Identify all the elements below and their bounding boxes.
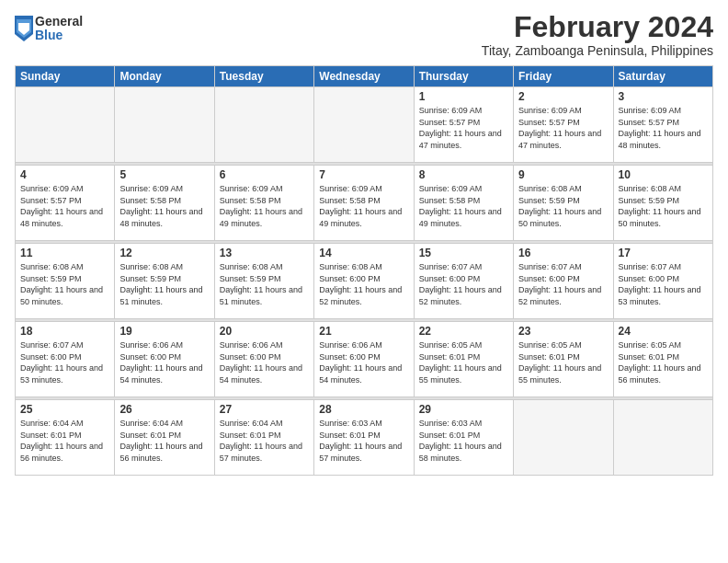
table-row	[115, 87, 214, 163]
day-info: Sunrise: 6:07 AM Sunset: 6:00 PM Dayligh…	[518, 261, 608, 307]
calendar-week-3: 11Sunrise: 6:08 AM Sunset: 5:59 PM Dayli…	[16, 244, 713, 319]
table-row: 26Sunrise: 6:04 AM Sunset: 6:01 PM Dayli…	[115, 400, 214, 476]
day-info: Sunrise: 6:06 AM Sunset: 6:00 PM Dayligh…	[319, 339, 408, 385]
table-row	[214, 87, 313, 163]
day-info: Sunrise: 6:09 AM Sunset: 5:58 PM Dayligh…	[419, 183, 508, 229]
table-row: 22Sunrise: 6:05 AM Sunset: 6:01 PM Dayli…	[414, 322, 513, 397]
day-number: 9	[518, 168, 608, 181]
table-row: 20Sunrise: 6:06 AM Sunset: 6:00 PM Dayli…	[214, 322, 313, 397]
day-info: Sunrise: 6:08 AM Sunset: 5:59 PM Dayligh…	[220, 261, 309, 307]
day-number: 11	[20, 247, 109, 259]
day-number: 15	[419, 247, 508, 259]
day-info: Sunrise: 6:08 AM Sunset: 5:59 PM Dayligh…	[20, 261, 109, 307]
day-info: Sunrise: 6:09 AM Sunset: 5:58 PM Dayligh…	[119, 183, 209, 229]
day-number: 17	[619, 247, 708, 259]
table-row: 17Sunrise: 6:07 AM Sunset: 6:00 PM Dayli…	[613, 244, 712, 319]
day-number: 4	[20, 168, 109, 181]
table-row	[16, 87, 115, 163]
day-info: Sunrise: 6:09 AM Sunset: 5:57 PM Dayligh…	[419, 105, 508, 151]
header-saturday: Saturday	[613, 66, 712, 87]
day-info: Sunrise: 6:09 AM Sunset: 5:57 PM Dayligh…	[619, 105, 708, 151]
day-number: 28	[319, 403, 408, 416]
calendar-week-5: 25Sunrise: 6:04 AM Sunset: 6:01 PM Dayli…	[16, 400, 713, 476]
day-number: 6	[220, 168, 309, 181]
day-info: Sunrise: 6:09 AM Sunset: 5:57 PM Dayligh…	[518, 105, 608, 151]
day-number: 18	[20, 325, 109, 338]
table-row: 18Sunrise: 6:07 AM Sunset: 6:00 PM Dayli…	[16, 322, 115, 397]
table-row: 24Sunrise: 6:05 AM Sunset: 6:01 PM Dayli…	[613, 322, 712, 397]
day-info: Sunrise: 6:05 AM Sunset: 6:01 PM Dayligh…	[619, 339, 708, 385]
day-info: Sunrise: 6:05 AM Sunset: 6:01 PM Dayligh…	[419, 339, 508, 385]
table-row	[314, 87, 414, 163]
day-info: Sunrise: 6:04 AM Sunset: 6:01 PM Dayligh…	[220, 418, 309, 464]
table-row: 3Sunrise: 6:09 AM Sunset: 5:57 PM Daylig…	[613, 87, 712, 163]
day-info: Sunrise: 6:08 AM Sunset: 5:59 PM Dayligh…	[119, 261, 209, 307]
header-wednesday: Wednesday	[314, 66, 414, 87]
table-row: 8Sunrise: 6:09 AM Sunset: 5:58 PM Daylig…	[414, 166, 513, 241]
logo-blue-text: Blue	[35, 29, 83, 42]
day-info: Sunrise: 6:09 AM Sunset: 5:58 PM Dayligh…	[319, 183, 408, 229]
day-info: Sunrise: 6:07 AM Sunset: 6:00 PM Dayligh…	[419, 261, 508, 307]
day-info: Sunrise: 6:08 AM Sunset: 6:00 PM Dayligh…	[319, 261, 408, 307]
table-row: 27Sunrise: 6:04 AM Sunset: 6:01 PM Dayli…	[214, 400, 313, 476]
day-number: 27	[220, 403, 309, 416]
table-row: 16Sunrise: 6:07 AM Sunset: 6:00 PM Dayli…	[514, 244, 613, 319]
table-row: 25Sunrise: 6:04 AM Sunset: 6:01 PM Dayli…	[16, 400, 115, 476]
logo-general-text: General	[35, 15, 83, 29]
day-number: 3	[619, 90, 708, 103]
day-info: Sunrise: 6:04 AM Sunset: 6:01 PM Dayligh…	[119, 418, 209, 464]
table-row: 12Sunrise: 6:08 AM Sunset: 5:59 PM Dayli…	[115, 244, 214, 319]
day-info: Sunrise: 6:06 AM Sunset: 6:00 PM Dayligh…	[119, 339, 209, 385]
day-info: Sunrise: 6:07 AM Sunset: 6:00 PM Dayligh…	[619, 261, 708, 307]
logo-icon	[15, 16, 33, 41]
calendar-week-1: 1Sunrise: 6:09 AM Sunset: 5:57 PM Daylig…	[16, 87, 713, 163]
header-monday: Monday	[115, 66, 214, 87]
table-row: 6Sunrise: 6:09 AM Sunset: 5:58 PM Daylig…	[214, 166, 313, 241]
header-thursday: Thursday	[414, 66, 513, 87]
day-number: 12	[119, 247, 209, 259]
table-row	[514, 400, 613, 476]
table-row: 28Sunrise: 6:03 AM Sunset: 6:01 PM Dayli…	[314, 400, 414, 476]
header-friday: Friday	[514, 66, 613, 87]
table-row: 19Sunrise: 6:06 AM Sunset: 6:00 PM Dayli…	[115, 322, 214, 397]
table-row: 5Sunrise: 6:09 AM Sunset: 5:58 PM Daylig…	[115, 166, 214, 241]
table-row: 14Sunrise: 6:08 AM Sunset: 6:00 PM Dayli…	[314, 244, 414, 319]
day-info: Sunrise: 6:09 AM Sunset: 5:58 PM Dayligh…	[220, 183, 309, 229]
day-number: 24	[619, 325, 708, 338]
table-row: 13Sunrise: 6:08 AM Sunset: 5:59 PM Dayli…	[214, 244, 313, 319]
calendar-header-row: Sunday Monday Tuesday Wednesday Thursday…	[16, 66, 713, 87]
day-number: 8	[419, 168, 508, 181]
day-number: 10	[619, 168, 708, 181]
table-row: 29Sunrise: 6:03 AM Sunset: 6:01 PM Dayli…	[414, 400, 513, 476]
day-info: Sunrise: 6:09 AM Sunset: 5:57 PM Dayligh…	[20, 183, 109, 229]
calendar-week-4: 18Sunrise: 6:07 AM Sunset: 6:00 PM Dayli…	[16, 322, 713, 397]
day-number: 1	[419, 90, 508, 103]
day-info: Sunrise: 6:03 AM Sunset: 6:01 PM Dayligh…	[319, 418, 408, 464]
day-number: 25	[20, 403, 109, 416]
title-block: February 2024 Titay, Zamboanga Peninsula…	[482, 11, 713, 58]
day-number: 21	[319, 325, 408, 338]
day-info: Sunrise: 6:03 AM Sunset: 6:01 PM Dayligh…	[419, 418, 508, 464]
day-number: 19	[119, 325, 209, 338]
table-row: 21Sunrise: 6:06 AM Sunset: 6:00 PM Dayli…	[314, 322, 414, 397]
day-number: 5	[119, 168, 209, 181]
table-row: 4Sunrise: 6:09 AM Sunset: 5:57 PM Daylig…	[16, 166, 115, 241]
logo: General Blue	[15, 15, 83, 43]
day-number: 22	[419, 325, 508, 338]
day-info: Sunrise: 6:08 AM Sunset: 5:59 PM Dayligh…	[619, 183, 708, 229]
day-number: 20	[220, 325, 309, 338]
day-number: 14	[319, 247, 408, 259]
calendar-week-2: 4Sunrise: 6:09 AM Sunset: 5:57 PM Daylig…	[16, 166, 713, 241]
table-row: 1Sunrise: 6:09 AM Sunset: 5:57 PM Daylig…	[414, 87, 513, 163]
table-row: 15Sunrise: 6:07 AM Sunset: 6:00 PM Dayli…	[414, 244, 513, 319]
header-sunday: Sunday	[16, 66, 115, 87]
day-info: Sunrise: 6:06 AM Sunset: 6:00 PM Dayligh…	[220, 339, 309, 385]
page: General Blue February 2024 Titay, Zamboa…	[0, 0, 728, 563]
table-row: 10Sunrise: 6:08 AM Sunset: 5:59 PM Dayli…	[613, 166, 712, 241]
day-info: Sunrise: 6:07 AM Sunset: 6:00 PM Dayligh…	[20, 339, 109, 385]
day-number: 23	[518, 325, 608, 338]
day-info: Sunrise: 6:05 AM Sunset: 6:01 PM Dayligh…	[518, 339, 608, 385]
day-number: 7	[319, 168, 408, 181]
calendar-table: Sunday Monday Tuesday Wednesday Thursday…	[15, 65, 713, 476]
month-title: February 2024	[482, 11, 713, 43]
